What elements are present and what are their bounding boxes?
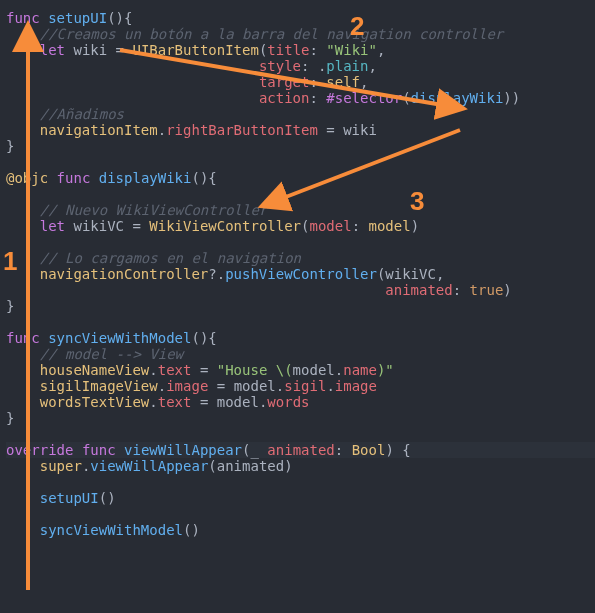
code-block: func setupUI(){ //Creamos un botón a la … bbox=[0, 0, 595, 538]
code-line: navigationController?.pushViewController… bbox=[6, 266, 444, 282]
code-line: } bbox=[6, 298, 14, 314]
code-line: //Creamos un botón a la barra del naviga… bbox=[6, 26, 503, 42]
code-line: super.viewWillAppear(animated) bbox=[6, 458, 293, 474]
code-line: houseNameView.text = "House \(model.name… bbox=[6, 362, 394, 378]
code-line: let wiki = UIBarButtonItem(title: "Wiki"… bbox=[6, 42, 385, 58]
code-line: let wikiVC = WikiViewController(model: m… bbox=[6, 218, 419, 234]
code-line: wordsTextView.text = model.words bbox=[6, 394, 310, 410]
code-line: func setupUI(){ bbox=[6, 10, 132, 26]
code-line: func syncViewWithModel(){ bbox=[6, 330, 217, 346]
code-line: syncViewWithModel() bbox=[6, 522, 200, 538]
code-line: override func viewWillAppear(_ animated:… bbox=[6, 442, 595, 458]
code-line: @objc func displayWiki(){ bbox=[6, 170, 217, 186]
code-line: sigilImageView.image = model.sigil.image bbox=[6, 378, 377, 394]
code-line: // Nuevo WikiViewController bbox=[6, 202, 267, 218]
code-line: setupUI() bbox=[6, 490, 116, 506]
code-line: action: #selector(displayWiki)) bbox=[6, 90, 520, 106]
code-line: style: .plain, bbox=[6, 58, 377, 74]
code-line: navigationItem.rightBarButtonItem = wiki bbox=[6, 122, 377, 138]
code-line: // Lo cargamos en el navigation bbox=[6, 250, 301, 266]
code-line: } bbox=[6, 138, 14, 154]
code-line: } bbox=[6, 410, 14, 426]
code-line: //Añadimos bbox=[6, 106, 124, 122]
code-line: // model --> View bbox=[6, 346, 183, 362]
code-line: animated: true) bbox=[6, 282, 512, 298]
code-line: target: self, bbox=[6, 74, 368, 90]
